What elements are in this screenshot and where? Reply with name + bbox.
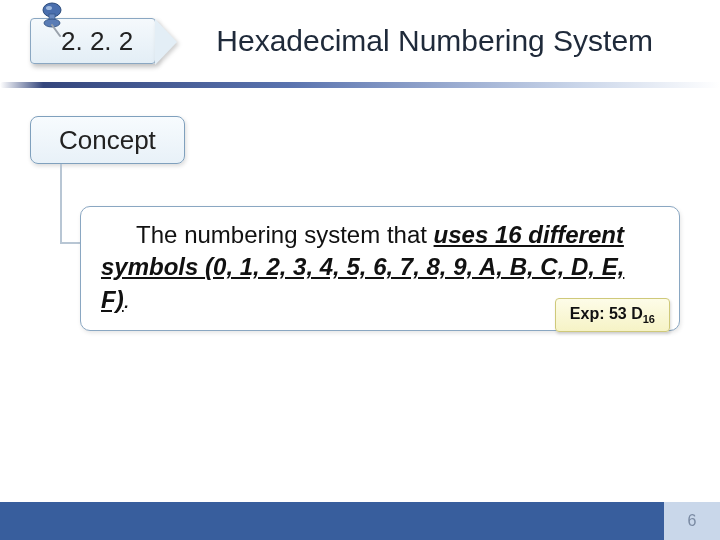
page-title: Hexadecimal Numbering System xyxy=(216,24,653,58)
page-number: 6 xyxy=(664,502,720,540)
concept-label-box: Concept xyxy=(30,116,185,164)
definition-lead: The numbering system that xyxy=(136,221,433,248)
example-subscript: 16 xyxy=(643,313,655,325)
definition-bold-2: symbols xyxy=(101,253,205,280)
footer-accent-bar xyxy=(0,502,664,540)
definition-bold-1: uses 16 different xyxy=(434,221,624,248)
footer: 6 xyxy=(0,502,720,540)
connector-vertical xyxy=(60,164,62,242)
example-prefix: Exp: xyxy=(570,305,609,322)
connector-horizontal xyxy=(60,242,80,244)
header-divider xyxy=(0,82,720,88)
pushpin-icon xyxy=(38,0,72,42)
definition-period: . xyxy=(124,286,131,313)
header: 2. 2. 2 Hexadecimal Numbering System xyxy=(30,18,680,64)
definition-line-1: The numbering system that uses 16 differ… xyxy=(101,219,659,251)
svg-point-4 xyxy=(46,6,52,10)
concept-label: Concept xyxy=(59,125,156,156)
example-badge: Exp: 53 D16 xyxy=(555,298,670,332)
example-value: 53 D xyxy=(609,305,643,322)
